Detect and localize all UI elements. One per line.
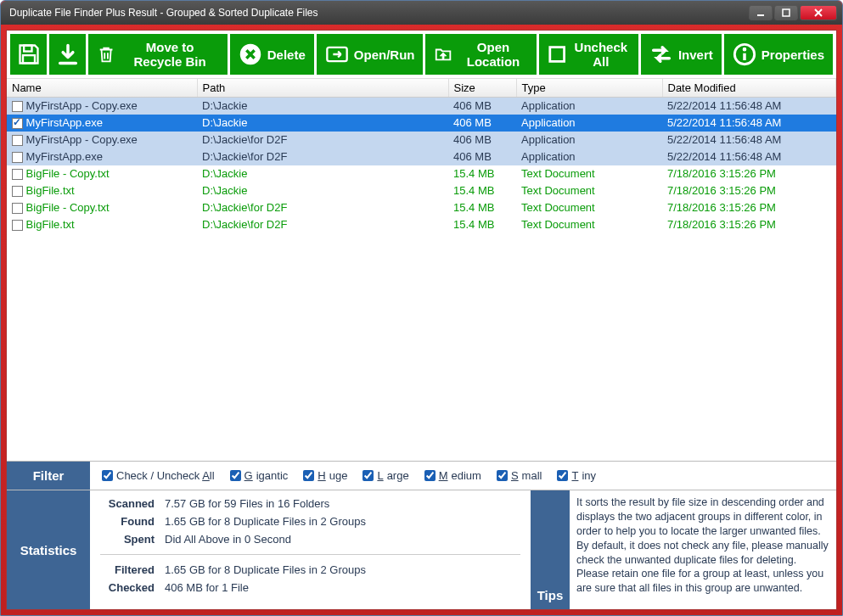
svg-rect-8 [550, 48, 565, 62]
col-name[interactable]: Name [7, 79, 197, 98]
svg-rect-1 [783, 9, 790, 16]
tips-text: It sorts the result by file size in desc… [570, 490, 836, 609]
cell-name: MyFirstApp - Copy.exe [23, 133, 138, 146]
trash-icon [97, 42, 115, 66]
info-icon [733, 42, 756, 66]
table-row[interactable]: MyFirstApp.exeD:\Jackie\for D2F406 MBApp… [7, 148, 836, 165]
filter-small[interactable]: Small [497, 469, 542, 482]
cell-size: 406 MB [448, 148, 516, 165]
uncheck-button[interactable]: Uncheck All [539, 34, 638, 75]
cell-type: Application [516, 148, 662, 165]
cell-name: BigFile - Copy.txt [23, 167, 110, 180]
cell-date: 7/18/2016 3:15:26 PM [662, 165, 836, 182]
cell-size: 15.4 MB [448, 199, 516, 216]
recycle-label: Move to Recycle Bin [121, 40, 218, 69]
cell-size: 15.4 MB [448, 182, 516, 199]
download-icon [56, 42, 80, 66]
stats-label: Statistics [7, 490, 90, 609]
svg-rect-4 [24, 46, 31, 52]
col-type[interactable]: Type [516, 79, 662, 98]
scanned-val: 7.57 GB for 59 Files in 16 Folders [165, 497, 329, 510]
row-checkbox[interactable] [12, 118, 23, 129]
row-checkbox[interactable] [12, 152, 23, 163]
cell-date: 7/18/2016 3:15:26 PM [662, 182, 836, 199]
svg-point-10 [743, 48, 746, 51]
uncheck-label: Uncheck All [572, 40, 630, 69]
col-date[interactable]: Date Modified [662, 79, 836, 98]
minimize-button[interactable] [749, 5, 773, 20]
filter-medium[interactable]: Medium [424, 469, 481, 482]
cell-date: 7/18/2016 3:15:26 PM [662, 199, 836, 216]
table-row[interactable]: BigFile - Copy.txtD:\Jackie15.4 MBText D… [7, 165, 836, 182]
cell-name: BigFile.txt [23, 184, 75, 197]
row-checkbox[interactable] [12, 169, 23, 180]
table-row[interactable]: MyFirstApp.exeD:\Jackie406 MBApplication… [7, 115, 836, 132]
uncheck-icon [548, 42, 566, 66]
filter-large[interactable]: Large [362, 469, 408, 482]
location-button[interactable]: Open Location [425, 34, 537, 75]
cell-type: Text Document [516, 216, 662, 233]
cell-path: D:\Jackie [197, 115, 448, 132]
titlebar[interactable]: Duplicate File Finder Plus Result - Grou… [1, 1, 842, 25]
cell-path: D:\Jackie\for D2F [197, 216, 448, 233]
cell-size: 15.4 MB [448, 165, 516, 182]
table-row[interactable]: BigFile.txtD:\Jackie\for D2F15.4 MBText … [7, 216, 836, 233]
window-buttons [749, 5, 837, 20]
properties-label: Properties [762, 48, 824, 62]
toolbar: Move to Recycle Bin Delete Open/Run Open… [7, 31, 836, 78]
row-checkbox[interactable] [12, 220, 23, 231]
cell-date: 5/22/2014 11:56:48 AM [662, 148, 836, 165]
cell-path: D:\Jackie\for D2F [197, 199, 448, 216]
table-row[interactable]: BigFile.txtD:\Jackie15.4 MBText Document… [7, 182, 836, 199]
cell-size: 406 MB [448, 132, 516, 148]
table-row[interactable]: MyFirstApp - Copy.exeD:\Jackie406 MBAppl… [7, 98, 836, 115]
maximize-button[interactable] [774, 5, 798, 20]
row-checkbox[interactable] [12, 203, 23, 214]
delete-label: Delete [267, 48, 306, 62]
close-button[interactable] [800, 5, 837, 20]
results-grid[interactable]: Name Path Size Type Date Modified MyFirs… [7, 78, 836, 461]
tips-label: Tips [531, 490, 570, 609]
cell-name: MyFirstApp.exe [23, 116, 103, 129]
properties-button[interactable]: Properties [724, 34, 833, 75]
found-key: Found [100, 515, 155, 528]
save-icon [17, 42, 41, 66]
filter-huge[interactable]: Huge [303, 469, 347, 482]
cell-size: 15.4 MB [448, 216, 516, 233]
cell-path: D:\Jackie\for D2F [197, 148, 448, 165]
cell-type: Application [516, 115, 662, 132]
row-checkbox[interactable] [12, 135, 23, 146]
open-button[interactable]: Open/Run [317, 34, 424, 75]
invert-label: Invert [678, 48, 713, 62]
filter-gigantic[interactable]: Gigantic [230, 469, 289, 482]
spent-key: Spent [100, 533, 155, 546]
col-path[interactable]: Path [197, 79, 448, 98]
row-checkbox[interactable] [12, 101, 23, 112]
delete-button[interactable]: Delete [230, 34, 314, 75]
spent-val: Did All Above in 0 Second [165, 533, 291, 546]
cell-path: D:\Jackie [197, 98, 448, 115]
filtered-key: Filtered [100, 563, 155, 576]
table-row[interactable]: BigFile - Copy.txtD:\Jackie\for D2F15.4 … [7, 199, 836, 216]
cell-type: Application [516, 98, 662, 115]
cell-date: 5/22/2014 11:56:48 AM [662, 115, 836, 132]
cell-name: MyFirstApp - Copy.exe [23, 99, 138, 112]
save-button[interactable] [10, 34, 47, 75]
stats-row: Statistics Scanned7.57 GB for 59 Files i… [7, 490, 836, 609]
filtered-val: 1.65 GB for 8 Duplicate Files in 2 Group… [165, 563, 366, 576]
scanned-key: Scanned [100, 497, 155, 510]
checked-val: 406 MB for 1 File [165, 581, 249, 594]
invert-button[interactable]: Invert [641, 34, 722, 75]
open-label: Open/Run [354, 48, 415, 62]
filter-tiny[interactable]: Tiny [557, 469, 596, 482]
filter-label: Filter [7, 462, 90, 490]
table-row[interactable]: MyFirstApp - Copy.exeD:\Jackie\for D2F40… [7, 132, 836, 148]
cell-type: Application [516, 132, 662, 148]
header-row: Name Path Size Type Date Modified [7, 79, 836, 98]
recycle-button[interactable]: Move to Recycle Bin [88, 34, 228, 75]
load-button[interactable] [49, 34, 86, 75]
col-size[interactable]: Size [448, 79, 516, 98]
cell-name: MyFirstApp.exe [23, 150, 103, 163]
check-uncheck-all[interactable]: Check / Uncheck All [102, 469, 215, 482]
row-checkbox[interactable] [12, 186, 23, 197]
